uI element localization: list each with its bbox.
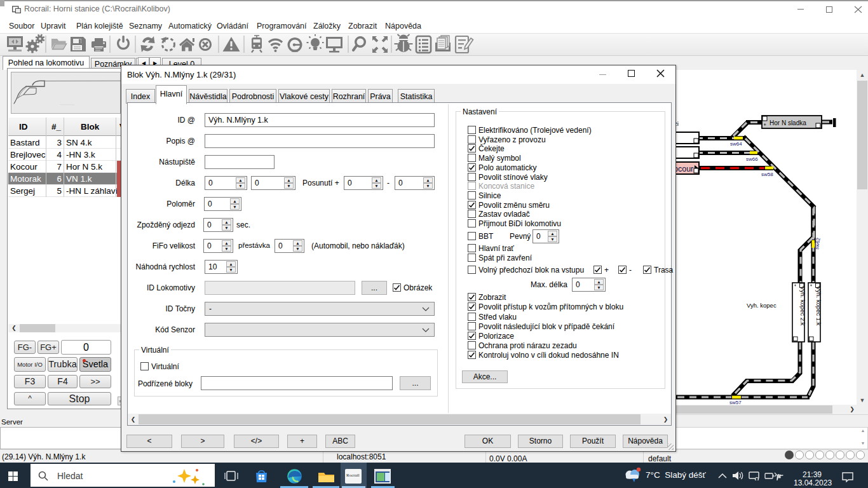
svg-text:sw64: sw64 bbox=[730, 141, 742, 147]
svg-text:Výh. kopec 1.k: Výh. kopec 1.k bbox=[815, 286, 822, 326]
svg-text:Hor N sladka: Hor N sladka bbox=[770, 119, 806, 126]
svg-text:sw62: sw62 bbox=[814, 237, 822, 250]
svg-text:Vyh. kopec: Vyh. kopec bbox=[747, 302, 776, 309]
svg-text:ocour: ocour bbox=[675, 165, 693, 173]
svg-text:Výh. kopec 2.k: Výh. kopec 2.k bbox=[799, 286, 806, 326]
svg-text:sw58: sw58 bbox=[761, 172, 773, 177]
svg-text:sw66: sw66 bbox=[746, 156, 758, 162]
